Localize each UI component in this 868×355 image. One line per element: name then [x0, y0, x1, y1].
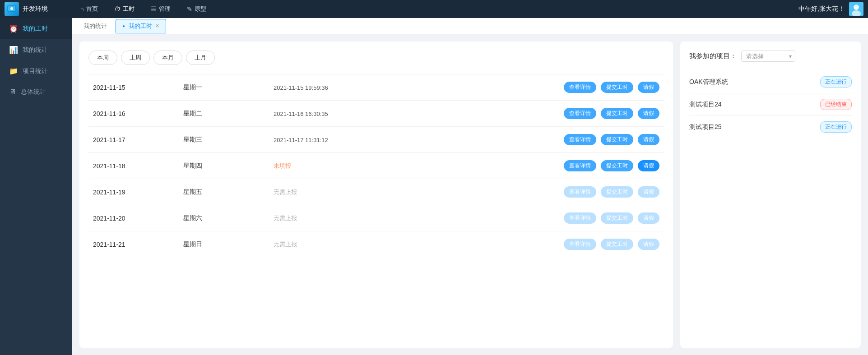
- status-no-report: 无需上报: [274, 241, 297, 248]
- status-time: 2021-11-15 19:59:36: [274, 84, 328, 91]
- sidebar-label-my-workhour: 我的工时: [23, 25, 48, 33]
- page-content: 本周 上周 本月 上月 2021-11-15 星期一 2021-11-15 19…: [72, 34, 868, 355]
- sidebar-label-project-stats: 项目统计: [23, 67, 48, 75]
- tab-my-workhour[interactable]: ● 我的工时 ✕: [116, 19, 166, 33]
- table-row: 2021-11-17 星期三 2021-11-17 11:31:12 查看详情 …: [88, 127, 664, 153]
- project-status-badge: 正在进行: [820, 121, 852, 133]
- nav-workhour[interactable]: ⏱ 工时: [111, 3, 138, 15]
- btn-submit-workhour[interactable]: 提交工时: [601, 239, 633, 250]
- btn-submit-workhour[interactable]: 提交工时: [601, 108, 633, 119]
- row-weekday: 星期一: [179, 74, 269, 101]
- project-item: 测试项目25 正在进行: [689, 116, 852, 138]
- project-icon: 📁: [9, 67, 18, 75]
- panel-title: 我参加的项目：: [689, 52, 737, 60]
- home-icon: ⌂: [80, 5, 84, 13]
- row-actions: 查看详情 提交工时 请假: [416, 179, 664, 205]
- content-area: 我的统计 ● 我的工时 ✕ 本周 上周 本月 上月: [72, 18, 868, 355]
- row-actions: 查看详情 提交工时 请假: [416, 153, 664, 179]
- row-status: 2021-11-15 19:59:36: [269, 74, 416, 101]
- project-name: OAK管理系统: [689, 78, 728, 86]
- monitor-icon: 🖥: [9, 88, 16, 96]
- project-select[interactable]: 请选择: [741, 51, 795, 62]
- btn-submit-workhour[interactable]: 提交工时: [601, 134, 633, 145]
- nav-manage[interactable]: ☰ 管理: [147, 3, 174, 15]
- row-actions: 查看详情 提交工时 请假: [416, 74, 664, 101]
- btn-this-month[interactable]: 本月: [153, 51, 182, 65]
- status-time: 2021-11-16 16:30:35: [274, 111, 328, 117]
- row-weekday: 星期三: [179, 127, 269, 153]
- btn-leave[interactable]: 请假: [638, 108, 659, 119]
- project-name: 测试项目25: [689, 123, 722, 131]
- row-status: 无需上报: [269, 179, 416, 205]
- table-row: 2021-11-15 星期一 2021-11-15 19:59:36 查看详情 …: [88, 74, 664, 101]
- nav-home-label: 首页: [86, 5, 98, 13]
- svg-point-2: [10, 7, 13, 10]
- btn-view-detail[interactable]: 查看详情: [564, 160, 596, 171]
- row-date: 2021-11-19: [88, 179, 179, 205]
- row-actions: 查看详情 提交工时 请假: [416, 205, 664, 231]
- btn-view-detail[interactable]: 查看详情: [564, 239, 596, 250]
- btn-view-detail[interactable]: 查看详情: [564, 212, 596, 224]
- sidebar-item-project-stats[interactable]: 📁 项目统计: [0, 60, 72, 82]
- btn-view-detail[interactable]: 查看详情: [564, 186, 596, 198]
- table-row: 2021-11-18 星期四 未填报 查看详情 提交工时 请假: [88, 153, 664, 179]
- row-date: 2021-11-17: [88, 127, 179, 153]
- row-actions: 查看详情 提交工时 请假: [416, 101, 664, 127]
- btn-view-detail[interactable]: 查看详情: [564, 134, 596, 145]
- btn-leave[interactable]: 请假: [638, 212, 659, 224]
- sidebar-item-my-stats[interactable]: 📊 我的统计: [0, 39, 72, 60]
- project-list: OAK管理系统 正在进行 测试项目24 已经结束 测试项目25 正在进行: [689, 71, 852, 138]
- period-buttons: 本周 上周 本月 上月: [88, 51, 664, 65]
- tab-my-stats[interactable]: 我的统计: [77, 19, 114, 33]
- row-weekday: 星期六: [179, 205, 269, 231]
- row-status: 无需上报: [269, 205, 416, 231]
- panel-header: 我参加的项目： 请选择: [689, 51, 852, 62]
- project-name: 测试项目24: [689, 101, 722, 109]
- top-navigation: 开发环境 ⌂ 首页 ⏱ 工时 ☰ 管理 ✎ 原型 中午好,张大花！: [0, 0, 868, 18]
- btn-leave[interactable]: 请假: [638, 82, 659, 93]
- btn-last-month[interactable]: 上月: [186, 51, 215, 65]
- row-weekday: 星期日: [179, 231, 269, 258]
- sidebar-item-my-workhour[interactable]: ⏰ 我的工时: [0, 18, 72, 39]
- row-status: 2021-11-17 11:31:12: [269, 127, 416, 153]
- dot-icon: ●: [122, 23, 125, 28]
- btn-submit-workhour[interactable]: 提交工时: [601, 160, 633, 171]
- user-avatar[interactable]: [849, 2, 863, 16]
- row-actions: 查看详情 提交工时 请假: [416, 231, 664, 258]
- btn-submit-workhour[interactable]: 提交工时: [601, 82, 633, 93]
- btn-view-detail[interactable]: 查看详情: [564, 82, 596, 93]
- table-row: 2021-11-19 星期五 无需上报 查看详情 提交工时 请假: [88, 179, 664, 205]
- btn-leave[interactable]: 请假: [638, 239, 659, 250]
- clock-icon: ⏱: [114, 5, 121, 13]
- row-weekday: 星期五: [179, 179, 269, 205]
- project-item: OAK管理系统 正在进行: [689, 71, 852, 93]
- btn-submit-workhour[interactable]: 提交工时: [601, 212, 633, 224]
- btn-last-week[interactable]: 上周: [121, 51, 150, 65]
- project-select-wrapper: 请选择: [741, 51, 795, 62]
- table-row: 2021-11-21 星期日 无需上报 查看详情 提交工时 请假: [88, 231, 664, 258]
- btn-leave[interactable]: 请假: [638, 134, 659, 145]
- sidebar-item-total-stats[interactable]: 🖥 总体统计: [0, 82, 72, 102]
- status-no-report: 无需上报: [274, 215, 297, 221]
- btn-leave[interactable]: 请假: [638, 186, 659, 198]
- row-status: 无需上报: [269, 231, 416, 258]
- tab-close-icon[interactable]: ✕: [155, 23, 159, 29]
- nav-prototype-label: 原型: [195, 5, 206, 13]
- tab-my-workhour-label: 我的工时: [129, 22, 152, 30]
- tab-my-stats-label: 我的统计: [84, 22, 107, 30]
- nav-prototype[interactable]: ✎ 原型: [183, 3, 210, 15]
- nav-items: ⌂ 首页 ⏱ 工时 ☰ 管理 ✎ 原型: [77, 3, 798, 15]
- btn-this-week[interactable]: 本周: [88, 51, 117, 65]
- sidebar-label-my-stats: 我的统计: [23, 46, 48, 54]
- sidebar: ⏰ 我的工时 📊 我的统计 📁 项目统计 🖥 总体统计: [0, 18, 72, 355]
- prototype-icon: ✎: [187, 5, 192, 13]
- logo-area: 开发环境: [5, 2, 77, 16]
- btn-view-detail[interactable]: 查看详情: [564, 108, 596, 119]
- project-item: 测试项目24 已经结束: [689, 93, 852, 116]
- btn-submit-workhour[interactable]: 提交工时: [601, 186, 633, 198]
- svg-point-4: [854, 5, 859, 10]
- btn-leave[interactable]: 请假: [638, 160, 659, 171]
- nav-home[interactable]: ⌂ 首页: [77, 3, 102, 15]
- manage-icon: ☰: [151, 5, 157, 13]
- tabs-bar: 我的统计 ● 我的工时 ✕: [72, 18, 868, 34]
